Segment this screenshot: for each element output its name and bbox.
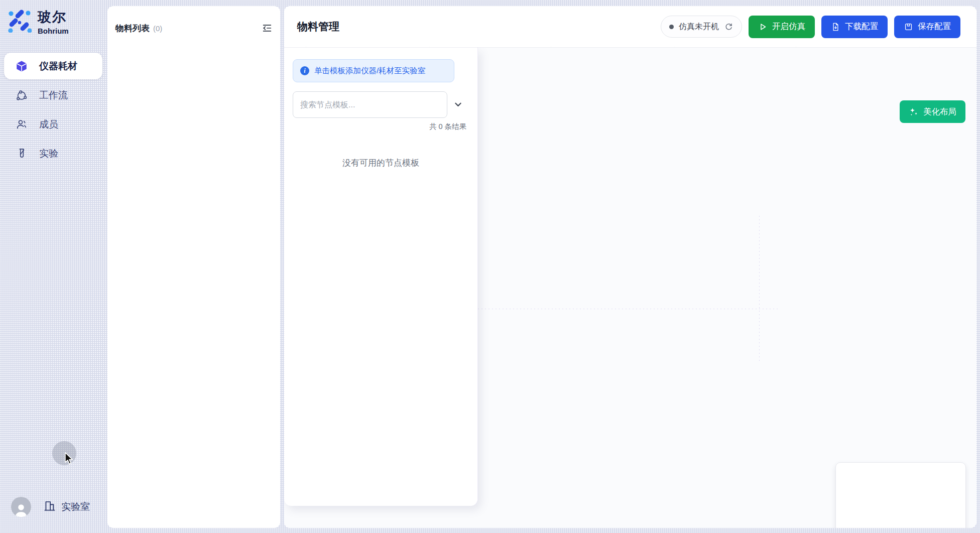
empty-templates-message: 没有可用的节点模板 — [284, 157, 477, 169]
building-icon — [43, 499, 56, 515]
canvas-guide-vertical — [759, 216, 760, 361]
info-icon: i — [300, 66, 309, 75]
sidebar-item-label: 成员 — [39, 118, 58, 131]
lab-switcher[interactable]: 实验室 — [43, 499, 90, 515]
brand-logo[interactable]: 玻尔 Bohrium — [8, 8, 69, 35]
template-search-row — [293, 91, 469, 118]
sidebar-item-instruments[interactable]: 仪器耗材 — [4, 53, 102, 79]
main-panel: 物料管理 仿真未开机 开启仿真 — [284, 6, 976, 528]
cube-icon — [15, 60, 28, 73]
sidebar-item-experiment[interactable]: 实验 — [4, 140, 102, 167]
panel-collapse-icon[interactable] — [261, 22, 273, 34]
search-result-count: 共 0 条结果 — [429, 122, 466, 131]
chevron-down-icon[interactable] — [454, 100, 462, 109]
sidebar-item-label: 工作流 — [39, 89, 68, 102]
start-simulation-label: 开启仿真 — [772, 21, 805, 32]
mouse-cursor — [63, 452, 74, 467]
header-actions: 仿真未开机 开启仿真 — [661, 16, 960, 38]
members-icon — [15, 118, 28, 131]
sparkles-icon — [909, 107, 919, 117]
main-header: 物料管理 仿真未开机 开启仿真 — [284, 6, 976, 48]
file-download-icon — [831, 22, 840, 32]
download-config-button[interactable]: 下载配置 — [821, 16, 888, 38]
sidebar-item-label: 实验 — [39, 147, 58, 160]
save-config-button[interactable]: 保存配置 — [894, 16, 960, 38]
sidebar-item-workflow[interactable]: 工作流 — [4, 82, 102, 108]
brand-name-zh: 玻尔 — [38, 8, 69, 26]
beautify-layout-label: 美化布局 — [923, 106, 956, 117]
node-template-panel: i 单击模板添加仪器/耗材至实验室 共 0 条结果 没有可用的节点模板 — [284, 48, 478, 506]
simulation-status-label: 仿真未开机 — [679, 22, 719, 32]
start-simulation-button[interactable]: 开启仿真 — [749, 16, 815, 38]
brand-name: 玻尔 Bohrium — [38, 8, 69, 35]
canvas-minimap[interactable] — [835, 462, 966, 528]
sidebar-nav: 仪器耗材 工作流 成员 — [4, 53, 102, 167]
test-tube-icon — [15, 147, 28, 160]
materials-list-title: 物料列表 — [115, 23, 150, 34]
beautify-layout-button[interactable]: 美化布局 — [900, 100, 965, 123]
save-icon — [904, 22, 913, 32]
bohrium-logo-icon — [8, 9, 32, 35]
refresh-icon[interactable] — [724, 22, 733, 32]
download-config-label: 下载配置 — [845, 21, 878, 32]
brand-name-en: Bohrium — [38, 27, 69, 35]
status-dot-icon — [669, 25, 674, 29]
play-icon — [758, 22, 768, 32]
sidebar-item-members[interactable]: 成员 — [4, 111, 102, 138]
search-input[interactable] — [293, 91, 447, 118]
user-avatar[interactable] — [11, 497, 31, 517]
materials-list-panel: 物料列表 (0) — [107, 6, 280, 528]
materials-list-header: 物料列表 (0) — [107, 6, 280, 34]
workflow-icon — [15, 89, 28, 102]
lab-label: 实验室 — [61, 500, 90, 513]
template-hint-banner: i 单击模板添加仪器/耗材至实验室 — [293, 59, 454, 82]
page: { "brand": { "logo_text_zh": "玻尔", "logo… — [0, 0, 980, 533]
page-title: 物料管理 — [297, 20, 339, 34]
save-config-label: 保存配置 — [918, 21, 951, 32]
materials-list-count: (0) — [153, 24, 162, 33]
canvas-guide-horizontal — [478, 309, 778, 309]
sidebar-item-label: 仪器耗材 — [39, 60, 77, 73]
sidebar-footer: 实验室 — [11, 497, 90, 517]
simulation-status-pill[interactable]: 仿真未开机 — [661, 16, 742, 38]
template-hint-text: 单击模板添加仪器/耗材至实验室 — [314, 66, 425, 76]
